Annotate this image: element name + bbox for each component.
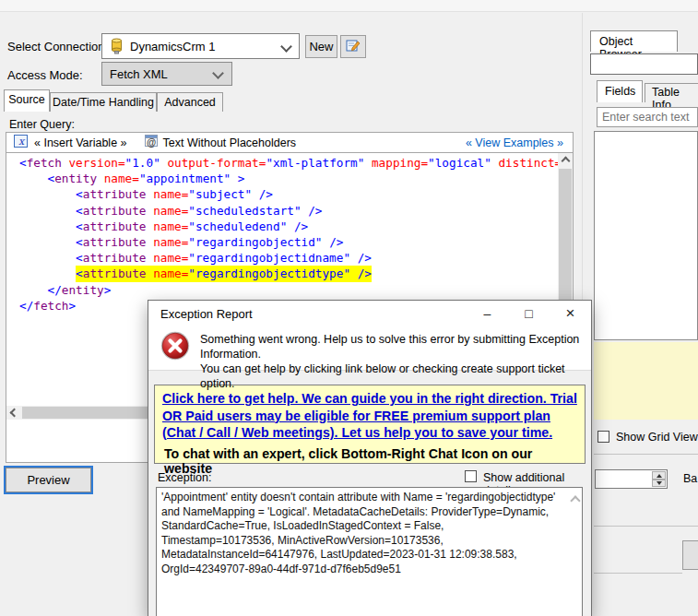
database-icon bbox=[110, 38, 124, 57]
divider bbox=[594, 454, 698, 455]
scroll-up-button[interactable] bbox=[558, 153, 573, 168]
show-grid-view-label: Show Grid View bbox=[616, 431, 698, 444]
divider bbox=[594, 573, 682, 574]
clipped-button[interactable] bbox=[682, 540, 698, 570]
tab-source[interactable]: Source bbox=[4, 89, 50, 112]
spinner-up-button[interactable] bbox=[652, 471, 666, 480]
access-mode-value: Fetch XML bbox=[110, 67, 168, 81]
chevron-down-icon bbox=[212, 67, 224, 79]
access-mode-combobox[interactable]: Fetch XML bbox=[101, 62, 232, 86]
error-icon bbox=[160, 331, 190, 364]
access-mode-label: Access Mode: bbox=[7, 68, 83, 82]
exception-text: 'Appointment' entity doesn't contain att… bbox=[161, 491, 560, 577]
maximize-button[interactable]: □ bbox=[508, 301, 550, 326]
show-additional-details-checkbox[interactable] bbox=[465, 470, 477, 482]
tab-fields[interactable]: Fields bbox=[597, 80, 643, 102]
scroll-up-icon bbox=[572, 492, 579, 508]
minimize-button[interactable]: – bbox=[467, 301, 508, 326]
dialog-message-line2: You can get help by clicking link below … bbox=[200, 361, 583, 391]
tab-table-info[interactable]: Table Info bbox=[645, 83, 698, 102]
insert-variable-button[interactable]: « Insert Variable » bbox=[34, 136, 127, 149]
svg-text:@: @ bbox=[146, 136, 155, 148]
text-without-placeholders-button[interactable]: Text Without Placeholders bbox=[163, 136, 297, 149]
fields-search-input[interactable] bbox=[597, 107, 698, 127]
window-top-strip bbox=[0, 0, 698, 12]
tab-object-browser[interactable]: Object Browser bbox=[590, 30, 678, 52]
connection-combobox-value: DynamicsCrm 1 bbox=[130, 40, 215, 53]
spinner-down-button[interactable] bbox=[652, 480, 666, 487]
dialog-title: Exception Report bbox=[160, 307, 253, 321]
exception-label: Exception: bbox=[158, 471, 211, 484]
enter-query-label: Enter Query: bbox=[9, 118, 75, 131]
dialog-message: Something went wrong. Help us to solve t… bbox=[200, 332, 583, 391]
exception-report-dialog: Exception Report – □ × Something went wr… bbox=[148, 300, 592, 616]
close-button[interactable]: × bbox=[550, 301, 591, 326]
info-panel bbox=[594, 342, 698, 420]
new-connection-button[interactable]: New bbox=[305, 35, 337, 58]
object-browser-combobox[interactable] bbox=[590, 53, 698, 75]
get-help-link[interactable]: Click here to get help. We can guide you… bbox=[162, 390, 577, 442]
tab-advanced[interactable]: Advanced bbox=[157, 92, 223, 112]
at-icon: @ bbox=[144, 134, 159, 151]
help-panel: Click here to get help. We can guide you… bbox=[154, 385, 586, 464]
exception-textbox[interactable]: 'Appointment' entity doesn't contain att… bbox=[156, 487, 583, 616]
show-grid-view-checkbox[interactable] bbox=[597, 431, 609, 443]
edit-pencil-icon bbox=[346, 39, 361, 55]
dialog-titlebar[interactable]: Exception Report – □ × bbox=[148, 301, 591, 326]
batch-label-clipped: Ba bbox=[683, 472, 697, 485]
divider bbox=[594, 526, 698, 527]
dialog-message-line1: Something went wrong. Help us to solve t… bbox=[200, 332, 583, 361]
view-examples-link[interactable]: « View Examples » bbox=[466, 136, 563, 149]
tab-datetime-handling[interactable]: Date/Time Handling bbox=[50, 92, 157, 112]
preview-button[interactable]: Preview bbox=[6, 468, 91, 492]
fields-listbox[interactable] bbox=[594, 131, 698, 340]
query-toolbar: x « Insert Variable » @ Text Without Pla… bbox=[6, 132, 574, 153]
chevron-down-icon bbox=[280, 41, 292, 53]
select-connection-label: Select Connection: bbox=[7, 40, 108, 53]
scroll-left-button[interactable] bbox=[6, 406, 21, 420]
batch-size-spinner[interactable] bbox=[595, 469, 668, 489]
connection-combobox[interactable]: DynamicsCrm 1 bbox=[101, 33, 300, 59]
edit-connection-button[interactable] bbox=[340, 35, 366, 58]
x-variable-icon: x bbox=[14, 134, 29, 151]
